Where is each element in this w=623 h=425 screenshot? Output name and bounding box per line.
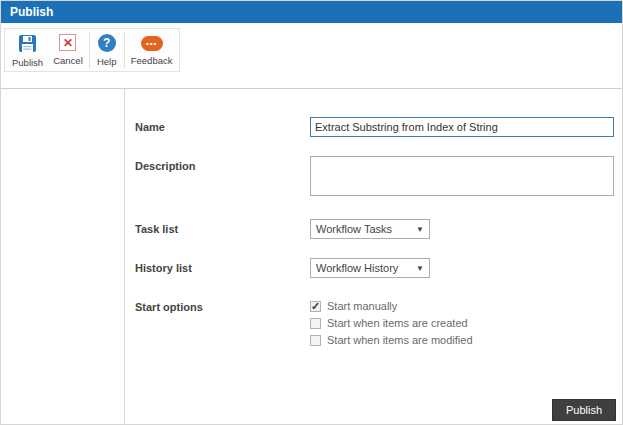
description-row: Description (135, 156, 614, 200)
publish-button[interactable]: Publish (7, 30, 48, 70)
publish-button-label: Publish (12, 57, 43, 68)
start-items-modified-option[interactable]: Start when items are modified (310, 334, 614, 346)
title-bar: Publish (1, 1, 622, 23)
feedback-button-label: Feedback (131, 55, 173, 66)
feedback-icon: ••• (141, 36, 163, 51)
page-title: Publish (10, 5, 53, 19)
history-list-select[interactable]: Workflow History ▼ (310, 258, 430, 278)
save-icon (18, 34, 37, 53)
chevron-down-icon: ▼ (416, 225, 424, 234)
description-textarea[interactable] (310, 156, 614, 196)
task-list-select[interactable]: Workflow Tasks ▼ (310, 219, 430, 239)
ribbon-group: Publish ✕ Cancel ? Help ••• Feedback (4, 28, 180, 72)
start-manually-option-label: Start manually (327, 300, 397, 312)
start-items-created-checkbox[interactable] (310, 318, 321, 329)
start-options-label: Start options (135, 297, 310, 351)
footer-publish-button[interactable]: Publish (552, 399, 616, 421)
start-items-created-option-label: Start when items are created (327, 317, 468, 329)
start-items-modified-option-label: Start when items are modified (327, 334, 473, 346)
history-list-label: History list (135, 258, 310, 278)
cancel-icon: ✕ (59, 34, 76, 51)
task-list-selected-value: Workflow Tasks (316, 223, 392, 235)
start-options-row: Start options ✓ Start manually Start whe… (135, 297, 614, 351)
help-button[interactable]: ? Help (91, 30, 123, 70)
publish-form: Name Description Task list Workflow Task… (125, 89, 622, 425)
dialog-body: Name Description Task list Workflow Task… (1, 89, 622, 425)
name-label: Name (135, 117, 310, 137)
chevron-down-icon: ▼ (416, 264, 424, 273)
description-label: Description (135, 156, 310, 200)
name-input[interactable] (310, 117, 614, 137)
cancel-button-label: Cancel (53, 55, 83, 66)
start-items-modified-checkbox[interactable] (310, 335, 321, 346)
help-button-label: Help (97, 56, 117, 67)
history-list-row: History list Workflow History ▼ (135, 258, 614, 278)
toolbar-separator (124, 32, 125, 68)
history-list-selected-value: Workflow History (316, 262, 398, 274)
feedback-button[interactable]: ••• Feedback (126, 30, 178, 70)
cancel-button[interactable]: ✕ Cancel (48, 30, 88, 70)
start-items-created-option[interactable]: Start when items are created (310, 317, 614, 329)
start-manually-checkbox[interactable]: ✓ (310, 301, 321, 312)
start-manually-option[interactable]: ✓ Start manually (310, 300, 614, 312)
publish-dialog: Publish Publish ✕ Cancel (0, 0, 623, 425)
task-list-row: Task list Workflow Tasks ▼ (135, 219, 614, 239)
help-icon: ? (98, 34, 116, 52)
toolbar-separator (89, 32, 90, 68)
task-list-label: Task list (135, 219, 310, 239)
ribbon-toolbar: Publish ✕ Cancel ? Help ••• Feedback (1, 23, 622, 89)
name-row: Name (135, 117, 614, 137)
left-pane (1, 89, 125, 425)
